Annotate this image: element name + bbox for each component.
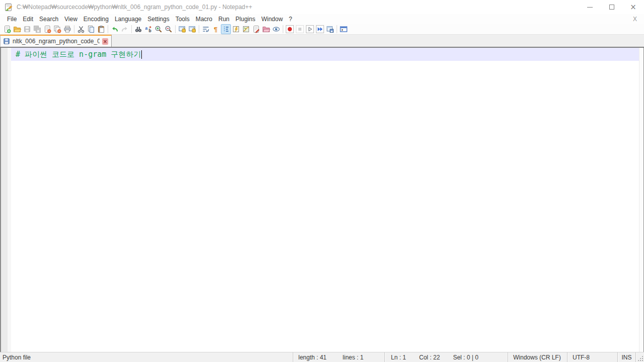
status-cursor-position: Ln : 1Col : 22Sel : 0 | 0 [385,352,508,362]
menu-item-encoding[interactable]: Encoding [80,15,112,23]
menu-item-run[interactable]: Run [215,15,232,23]
zoom-in-icon[interactable] [153,24,164,34]
menu-item-macro[interactable]: Macro [193,15,215,23]
run-macro-multiple-icon[interactable] [315,24,325,34]
status-cursor-position-text: Sel : 0 | 0 [453,354,478,361]
bookmark-margin[interactable] [1,48,8,352]
maximize-button[interactable] [601,0,622,14]
menu-item-tools[interactable]: Tools [173,15,193,23]
word-wrap-icon[interactable] [201,24,211,34]
monitoring-icon[interactable] [271,24,281,34]
menu-item-edit[interactable]: Edit [20,15,36,23]
menu-item-settings[interactable]: Settings [144,15,172,23]
document-list-icon[interactable] [251,24,261,34]
menu-item-search[interactable]: Search [36,15,61,23]
play-macro-icon[interactable] [305,24,315,34]
status-insert-mode[interactable]: INS [618,352,636,362]
statusbar-segments: Python filelength : 41lines : 1Ln : 1Col… [0,352,644,362]
menu-item-plugins[interactable]: Plugins [232,15,258,23]
menu-item-language[interactable]: Language [112,15,144,23]
svg-text:a: a [145,25,148,30]
menu-close-document-button[interactable]: X [630,15,640,23]
show-all-characters-icon[interactable]: ¶ [211,24,221,34]
zoom-out-icon[interactable] [164,24,174,34]
status-eol-format[interactable]: Windows (CR LF) [508,352,568,362]
status-cursor-position-text: Ln : 1 [391,354,406,361]
status-length-lines-text: length : 41 [298,354,327,361]
close-button[interactable]: × [622,0,644,14]
status-length-lines-text: lines : 1 [343,354,363,361]
print-icon[interactable] [62,24,72,34]
close-icon[interactable] [42,24,52,34]
redo-icon [120,24,130,34]
menubar-items: FileEditSearchViewEncodingLanguageSettin… [4,15,295,23]
menu-item-view[interactable]: View [61,15,80,23]
toolbar-separator [131,25,132,33]
code-line-1: # 파이썬 코드로 n-gram 구현하기 [16,50,141,59]
find-icon[interactable] [133,24,143,34]
status-encoding[interactable]: UTF-8 [568,352,618,362]
status-bar: Python filelength : 41lines : 1Ln : 1Col… [0,352,644,362]
copy-icon[interactable] [86,24,96,34]
editor-text-area[interactable]: # 파이썬 코드로 n-gram 구현하기 [11,48,639,352]
tab-bar: nltk_006_ngram_python_code_01.py × [0,34,644,47]
minimize-button[interactable] [579,0,601,14]
toolbar: ab¶ [0,24,644,34]
paste-icon[interactable] [96,24,106,34]
title-bar: C:₩Notepad₩sourcecode₩python₩nltk_006_ng… [0,0,644,14]
close-all-icon[interactable] [52,24,62,34]
menu-item-window[interactable]: Window [258,15,286,23]
cut-icon[interactable] [76,24,86,34]
status-length-lines: length : 41lines : 1 [293,352,385,362]
notepad-plus-plus-logo-icon [4,3,13,12]
record-macro-icon[interactable] [285,24,295,34]
folder-as-workspace-icon[interactable] [261,24,271,34]
current-line-highlight: # 파이썬 코드로 n-gram 구현하기 [11,48,639,61]
stop-macro-icon [295,24,305,34]
save-icon [22,24,32,34]
fold-margin[interactable] [8,48,11,352]
toolbar-separator [175,25,176,33]
status-eol-format-text: Windows (CR LF) [513,354,561,361]
toolbar-separator [199,25,199,33]
status-cursor-position-text: Col : 22 [419,354,440,361]
toolbar-separator [74,25,74,33]
replace-icon[interactable]: ab [143,24,153,34]
text-caret [141,50,142,59]
toolbar-separator [108,25,108,33]
function-list-icon[interactable] [231,24,241,34]
save-all-icon [32,24,42,34]
console-icon[interactable] [339,24,349,34]
vertical-scrollbar[interactable] [639,48,643,352]
tab-active[interactable]: nltk_006_ngram_python_code_01.py × [0,35,112,47]
sync-horizontal-scroll-icon[interactable] [187,24,197,34]
show-indent-guide-icon[interactable] [221,24,231,34]
status-encoding-text: UTF-8 [573,354,590,361]
saved-floppy-icon [3,38,10,45]
svg-text:¶: ¶ [214,26,217,33]
document-map-icon[interactable] [241,24,251,34]
menu-item-help[interactable]: ? [286,15,295,23]
sync-vertical-scroll-icon[interactable] [177,24,187,34]
undo-icon[interactable] [110,24,120,34]
editor: # 파이썬 코드로 n-gram 구현하기 [0,48,644,352]
status-insert-mode-text: INS [621,354,631,361]
open-file-icon[interactable] [12,24,22,34]
status-doctype: Python file [0,352,293,362]
tab-close-icon[interactable]: × [102,38,108,45]
save-macro-icon[interactable] [325,24,335,34]
toolbar-separator [337,25,337,33]
menu-item-file[interactable]: File [4,15,20,23]
menu-bar: FileEditSearchViewEncodingLanguageSettin… [0,14,644,24]
svg-text:b: b [149,28,151,33]
status-doctype-text: Python file [3,354,31,361]
toolbar-separator [283,25,283,33]
tab-label: nltk_006_ngram_python_code_01.py [13,38,100,45]
window-title: C:₩Notepad₩sourcecode₩python₩nltk_006_ng… [17,4,252,11]
new-file-icon[interactable] [2,24,12,34]
